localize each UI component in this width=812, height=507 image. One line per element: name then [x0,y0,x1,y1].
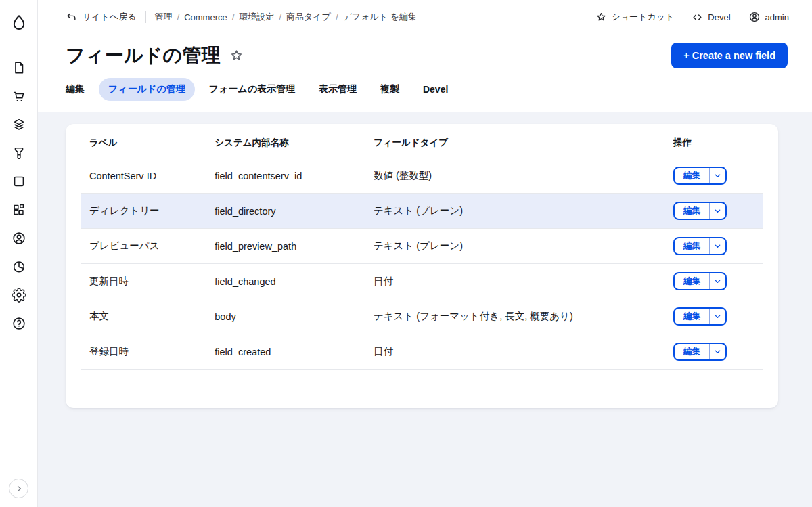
devel-link[interactable]: Devel [692,12,730,23]
create-field-button[interactable]: + Create a new field [671,43,788,68]
content-icon[interactable] [5,53,33,82]
row-operations-cell: 編集 [665,334,763,370]
edit-split-button[interactable]: 編集 [673,167,727,185]
table-row: 更新日時field_changed日付編集 [81,264,763,299]
user-label[interactable]: admin [765,12,789,22]
row-field-type: テキスト (プレーン) [365,229,665,264]
chevron-down-icon[interactable] [710,203,725,219]
row-label: ディレクトリー [81,194,206,229]
title-row: フィールドの管理 + Create a new field [38,34,812,68]
row-field-type: 日付 [365,264,665,299]
table-row: ContentServ IDfield_contentserv_id数値 (整数… [81,158,763,194]
column-header-label: ラベル [81,125,206,158]
devel-label[interactable]: Devel [708,12,730,22]
breadcrumb-separator: / [177,12,180,22]
row-operations-cell: 編集 [665,299,763,334]
chevron-down-icon[interactable] [710,273,725,289]
back-arrow-icon [66,12,77,23]
code-icon [692,12,703,23]
content-region: ラベル システム内部名称 フィールドタイプ 操作 ContentServ IDf… [38,112,812,507]
table-row: プレビューパスfield_preview_pathテキスト (プレーン)編集 [81,229,763,264]
primary-tabs: 編集 フィールドの管理 フォームの表示管理 表示管理 複製 Devel [38,68,812,112]
star-icon [595,12,607,23]
row-field-type: テキスト (プレーン) [365,194,665,229]
column-header-machine-name: システム内部名称 [206,125,365,158]
tab-duplicate[interactable]: 複製 [371,78,409,101]
user-menu[interactable]: admin [748,11,789,23]
row-label: 更新日時 [81,264,206,299]
row-operations-cell: 編集 [665,264,763,299]
tab-edit[interactable]: 編集 [56,78,94,101]
tab-manage-fields[interactable]: フィールドの管理 [99,78,195,101]
edit-split-button[interactable]: 編集 [673,343,727,361]
edit-split-button[interactable]: 編集 [673,237,727,255]
configuration-gear-icon[interactable] [5,281,33,309]
help-icon[interactable] [5,309,33,338]
back-to-site-link[interactable]: サイトへ戻る [66,11,137,23]
topbar-divider [145,11,146,23]
chevron-down-icon[interactable] [710,344,725,359]
field-table-body: ContentServ IDfield_contentserv_id数値 (整数… [81,158,763,370]
blocks-icon[interactable] [5,167,33,196]
edit-split-button[interactable]: 編集 [673,202,727,220]
row-field-type: テキスト (フォーマット付き, 長文, 概要あり) [365,299,665,334]
row-machine-name: body [206,299,365,334]
page-title: フィールドの管理 [66,43,221,68]
tab-manage-form-display[interactable]: フォームの表示管理 [200,78,304,101]
fields-table-card: ラベル システム内部名称 フィールドタイプ 操作 ContentServ IDf… [66,124,778,408]
people-icon[interactable] [5,224,33,252]
edit-button-label[interactable]: 編集 [675,168,710,183]
chevron-down-icon[interactable] [710,168,725,183]
edit-split-button[interactable]: 編集 [673,307,727,326]
edit-button-label[interactable]: 編集 [675,273,710,289]
edit-button-label[interactable]: 編集 [675,203,710,219]
breadcrumb-item[interactable]: 管理 [155,11,173,23]
breadcrumb-separator: / [232,12,235,22]
table-row: 登録日時field_created日付編集 [81,334,763,370]
back-to-site-label[interactable]: サイトへ戻る [83,11,137,23]
edit-button-label[interactable]: 編集 [675,344,710,359]
table-row: ディレクトリーfield_directoryテキスト (プレーン)編集 [81,194,763,229]
edit-split-button[interactable]: 編集 [673,272,727,290]
breadcrumb: 管理 / Commerce / 環境設定 / 商品タイプ / デフォルト を編集 [155,11,417,23]
breadcrumb-separator: / [336,12,338,22]
row-machine-name: field_preview_path [206,229,365,264]
tab-manage-display[interactable]: 表示管理 [309,78,366,101]
fields-table: ラベル システム内部名称 フィールドタイプ 操作 ContentServ IDf… [81,125,763,370]
table-row: 本文bodyテキスト (フォーマット付き, 長文, 概要あり)編集 [81,299,763,334]
breadcrumb-item-current: デフォルト を編集 [343,11,417,23]
shortcuts-label[interactable]: ショートカット [612,11,675,23]
row-operations-cell: 編集 [665,229,763,264]
favorite-star-icon[interactable] [229,49,244,63]
structure-layers-icon[interactable] [5,110,33,139]
edit-button-label[interactable]: 編集 [675,309,710,324]
appearance-brush-icon[interactable] [5,139,33,167]
row-label: ContentServ ID [81,158,206,194]
row-machine-name: field_created [206,334,365,370]
chevron-down-icon[interactable] [710,238,725,254]
drupal-logo-icon[interactable] [5,9,33,37]
sidebar-expand-button[interactable] [9,479,28,498]
row-operations-cell: 編集 [665,158,763,194]
breadcrumb-separator: / [279,12,281,22]
breadcrumb-item[interactable]: Commerce [184,12,227,22]
row-machine-name: field_directory [206,194,365,229]
column-header-field-type: フィールドタイプ [365,125,665,158]
main-area: サイトへ戻る 管理 / Commerce / 環境設定 / 商品タイプ / デフ… [38,0,812,507]
chevron-down-icon[interactable] [710,309,725,324]
commerce-cart-icon[interactable] [5,82,33,110]
breadcrumb-item[interactable]: 商品タイプ [286,11,331,23]
row-machine-name: field_changed [206,264,365,299]
row-label: 本文 [81,299,206,334]
table-header-row: ラベル システム内部名称 フィールドタイプ 操作 [81,125,763,158]
extend-modules-icon[interactable] [5,196,33,224]
admin-toolbar [0,0,38,507]
row-field-type: 日付 [365,334,665,370]
reports-pie-icon[interactable] [5,252,33,281]
tab-devel[interactable]: Devel [413,79,457,100]
edit-button-label[interactable]: 編集 [675,238,710,254]
shortcuts-link[interactable]: ショートカット [595,11,675,23]
top-bar: サイトへ戻る 管理 / Commerce / 環境設定 / 商品タイプ / デフ… [38,0,812,34]
breadcrumb-item[interactable]: 環境設定 [239,11,274,23]
user-icon [748,11,761,23]
